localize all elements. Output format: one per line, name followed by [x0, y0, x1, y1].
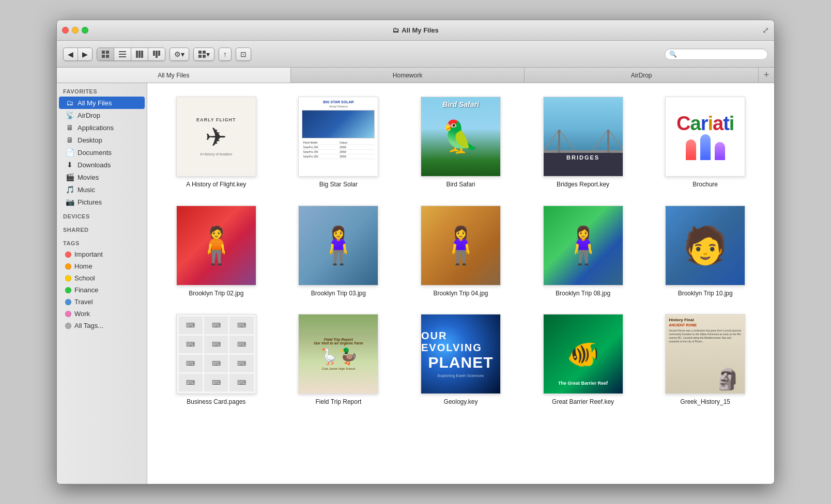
sidebar-item-downloads[interactable]: ⬇ Downloads — [59, 159, 145, 171]
tab-airdrop[interactable]: AirDrop — [525, 68, 759, 83]
arrange-button[interactable]: ▾ — [194, 48, 214, 60]
svg-rect-2 — [102, 55, 105, 58]
sidebar-item-music[interactable]: 🎵 Music — [59, 183, 145, 196]
svg-rect-16 — [203, 55, 206, 58]
close-button[interactable] — [62, 27, 69, 34]
file-item-bird[interactable]: Bird Safari 🦜 Bird Safari — [402, 93, 519, 192]
file-item-geology[interactable]: OUR EVOLVING PLANET Exploring Earth Scie… — [402, 311, 519, 410]
devices-header: DEVICES — [57, 208, 147, 222]
action-group: ⚙▾ — [170, 48, 189, 61]
sidebar-item-airdrop[interactable]: 📡 AirDrop — [59, 109, 145, 121]
svg-line-20 — [593, 130, 608, 150]
minimize-button[interactable] — [72, 27, 79, 34]
file-item-bridges[interactable]: BRIDGES Bridges Report.key — [525, 93, 642, 192]
file-thumb-brooklyn02: 🧍 — [176, 206, 256, 286]
nav-group: ◀ ▶ — [63, 48, 93, 61]
share-button[interactable]: ↑ — [219, 48, 231, 60]
column-view-button[interactable] — [131, 48, 148, 60]
svg-rect-4 — [119, 51, 126, 52]
tab-bar: All My Files Homework AirDrop + — [57, 68, 774, 83]
tab-all-my-files[interactable]: All My Files — [57, 68, 291, 83]
file-item-brooklyn02[interactable]: 🧍 Brooklyn Trip 02.jpg — [158, 202, 275, 301]
file-item-flight[interactable]: EARLY FLIGHT ✈ A History of Aviation A H… — [158, 93, 275, 192]
file-item-reef[interactable]: 🐠 The Great Barrier Reef Great Barrier R… — [525, 311, 642, 410]
share-group: ↑ — [219, 48, 232, 61]
sidebar-item-tag-finance[interactable]: Finance — [59, 284, 145, 296]
file-thumb-bizcard: ⌨ ⌨ ⌨ ⌨ ⌨ ⌨ ⌨ ⌨ ⌨ ⌨ ⌨ ⌨ — [176, 314, 256, 394]
sidebar-item-pictures[interactable]: 📷 Pictures — [59, 196, 145, 208]
sidebar-item-documents[interactable]: 📄 Documents — [59, 146, 145, 159]
maximize-button[interactable] — [82, 27, 88, 34]
svg-line-21 — [608, 130, 623, 150]
icon-view-button[interactable] — [97, 48, 114, 60]
sidebar-item-tag-home[interactable]: Home — [59, 260, 145, 272]
gear-button[interactable]: ⚙▾ — [170, 48, 189, 60]
file-item-brooklyn04[interactable]: 🧍‍♀️ Brooklyn Trip 04.jpg — [402, 202, 519, 301]
tags-header: TAGS — [57, 235, 147, 248]
svg-rect-14 — [203, 51, 206, 54]
file-area: EARLY FLIGHT ✈ A History of Aviation A H… — [147, 83, 774, 484]
sidebar-item-tag-all[interactable]: All Tags... — [59, 320, 145, 332]
applications-icon: 🖥 — [65, 123, 74, 132]
svg-rect-13 — [198, 51, 202, 54]
downloads-icon: ⬇ — [65, 161, 74, 169]
arrange-group: ▾ — [193, 48, 214, 61]
file-item-brooklyn03[interactable]: 🧍‍♀️ Brooklyn Trip 03.jpg — [280, 202, 397, 301]
svg-line-18 — [544, 130, 559, 150]
sidebar-item-all-my-files[interactable]: 🗂 All My Files — [59, 97, 145, 109]
sidebar-item-movies[interactable]: 🎬 Movies — [59, 171, 145, 183]
coverflow-view-button[interactable] — [148, 48, 165, 60]
search-box[interactable]: 🔍 — [665, 49, 768, 60]
desktop-icon: 🖥 — [65, 136, 74, 144]
file-thumb-solar: BIG STAR SOLAR Array Noorna Panel ModelO… — [298, 97, 378, 177]
svg-rect-8 — [138, 51, 141, 58]
title-icon: 🗂 — [392, 26, 399, 34]
favorites-header: FAVORITES — [57, 83, 147, 97]
svg-rect-11 — [156, 51, 158, 58]
sidebar-item-applications[interactable]: 🖥 Applications — [59, 121, 145, 134]
svg-rect-1 — [106, 51, 109, 54]
file-item-solar[interactable]: BIG STAR SOLAR Array Noorna Panel ModelO… — [280, 93, 397, 192]
main-content: FAVORITES 🗂 All My Files 📡 AirDrop 🖥 App… — [57, 83, 774, 484]
home-tag-dot — [65, 263, 71, 270]
search-input[interactable] — [679, 51, 763, 58]
file-item-bizcard[interactable]: ⌨ ⌨ ⌨ ⌨ ⌨ ⌨ ⌨ ⌨ ⌨ ⌨ ⌨ ⌨ — [158, 311, 275, 410]
file-thumb-fieldtrip: Field Trip ReportOur Visit to an Organic… — [298, 314, 378, 394]
svg-rect-12 — [158, 51, 160, 56]
finder-window: 🗂 All My Files ⤢ ◀ ▶ ⚙▾ — [56, 20, 775, 484]
sidebar-item-tag-work[interactable]: Work — [59, 308, 145, 320]
tab-homework[interactable]: Homework — [291, 68, 525, 83]
sidebar: FAVORITES 🗂 All My Files 📡 AirDrop 🖥 App… — [57, 83, 147, 484]
file-thumb-rome: History Final ANCIENT ROME Ancient Rome … — [665, 314, 745, 394]
svg-rect-3 — [106, 55, 109, 58]
pictures-icon: 📷 — [65, 198, 74, 206]
file-item-brochure[interactable]: Cariati Brochure — [647, 93, 764, 192]
school-tag-dot — [65, 275, 71, 281]
svg-line-19 — [559, 130, 575, 150]
important-tag-dot — [65, 251, 71, 258]
add-tab-icon: + — [764, 70, 770, 81]
connect-button[interactable]: ⊡ — [236, 48, 251, 60]
list-view-button[interactable] — [114, 48, 131, 60]
resize-icon[interactable]: ⤢ — [762, 25, 769, 35]
file-item-brooklyn10[interactable]: 🧑 Brooklyn Trip 10.jpg — [647, 202, 764, 301]
svg-rect-15 — [198, 55, 202, 58]
sidebar-item-desktop[interactable]: 🖥 Desktop — [59, 134, 145, 146]
svg-rect-6 — [119, 56, 126, 57]
file-thumb-brochure: Cariati — [665, 97, 745, 177]
forward-button[interactable]: ▶ — [78, 48, 92, 60]
file-thumb-brooklyn03: 🧍‍♀️ — [298, 206, 378, 286]
titlebar: 🗂 All My Files ⤢ — [57, 20, 774, 41]
sidebar-item-tag-important[interactable]: Important — [59, 248, 145, 260]
sidebar-item-tag-school[interactable]: School — [59, 272, 145, 284]
tab-add[interactable]: + — [759, 68, 774, 83]
shared-header: SHARED — [57, 222, 147, 235]
file-thumb-flight: EARLY FLIGHT ✈ A History of Aviation — [176, 97, 256, 177]
file-item-brooklyn08[interactable]: 🧍‍♀️ Brooklyn Trip 08.jpg — [525, 202, 642, 301]
sidebar-item-tag-travel[interactable]: Travel — [59, 296, 145, 308]
travel-tag-dot — [65, 299, 71, 305]
file-item-fieldtrip[interactable]: Field Trip ReportOur Visit to an Organic… — [280, 311, 397, 410]
file-item-rome[interactable]: History Final ANCIENT ROME Ancient Rome … — [647, 311, 764, 410]
search-icon: 🔍 — [669, 51, 677, 58]
back-button[interactable]: ◀ — [64, 48, 78, 60]
